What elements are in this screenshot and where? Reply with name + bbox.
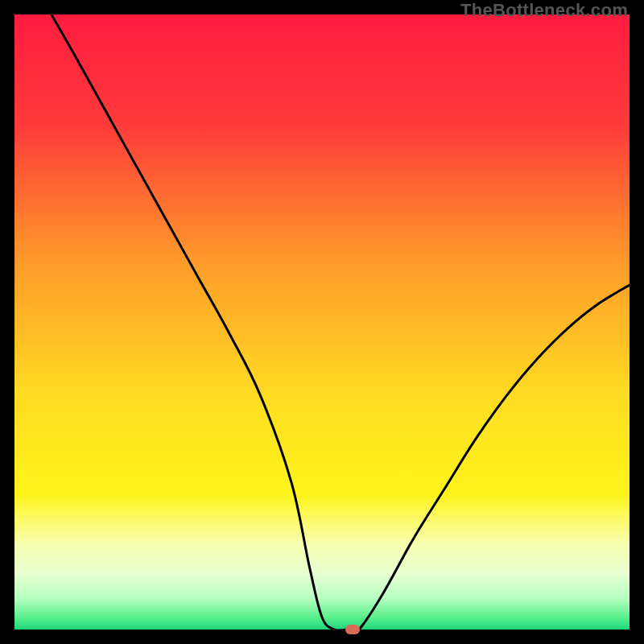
plot-area: [14, 14, 630, 630]
chart-frame: TheBottleneck.com: [0, 0, 644, 644]
watermark-label: TheBottleneck.com: [460, 0, 628, 21]
optimal-point-marker: [345, 625, 360, 634]
bottleneck-curve: [52, 14, 630, 630]
curve-layer: [14, 14, 630, 630]
